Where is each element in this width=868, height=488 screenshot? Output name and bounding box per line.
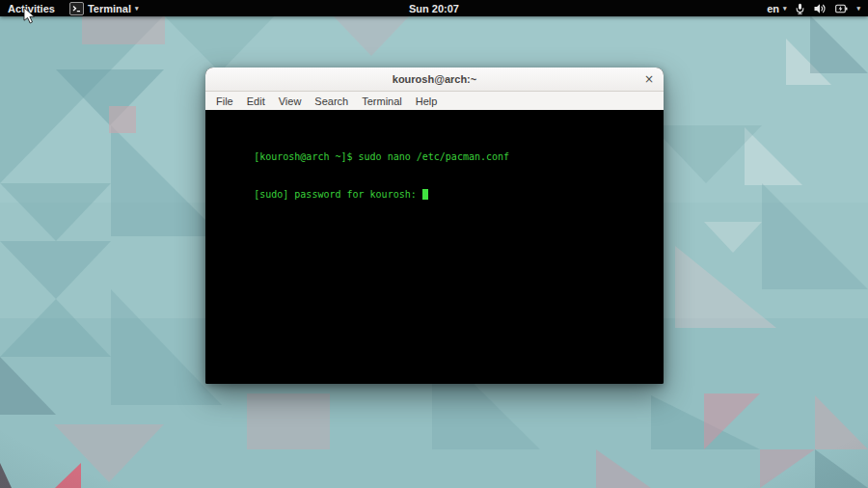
terminal-password-prompt: [sudo] password for kourosh: — [254, 189, 422, 200]
menu-terminal[interactable]: Terminal — [355, 95, 409, 107]
menu-help[interactable]: Help — [409, 95, 445, 107]
window-title: kourosh@arch:~ — [393, 73, 476, 85]
keyboard-layout-label: en — [767, 3, 779, 14]
terminal-command-line: [kourosh@arch ~]$ sudo nano /etc/pacman.… — [254, 151, 509, 162]
terminal-app-icon — [69, 2, 84, 15]
activities-button[interactable]: Activities — [8, 3, 55, 14]
menu-search[interactable]: Search — [308, 95, 355, 107]
close-button[interactable]: × — [641, 68, 657, 91]
volume-icon[interactable] — [814, 3, 827, 14]
desktop: Activities Terminal ▾ Sun 20:07 en ▾ — [0, 0, 868, 488]
menu-bar: File Edit View Search Terminal Help — [205, 92, 664, 110]
terminal-cursor — [422, 189, 428, 200]
microphone-icon[interactable] — [795, 3, 805, 14]
app-menu[interactable]: Terminal ▾ — [69, 2, 139, 15]
keyboard-layout-indicator[interactable]: en ▾ — [767, 3, 786, 14]
chevron-down-icon: ▾ — [783, 5, 787, 12]
terminal-window: kourosh@arch:~ × File Edit View Search T… — [205, 68, 664, 384]
window-titlebar[interactable]: kourosh@arch:~ × — [205, 68, 664, 92]
battery-icon[interactable] — [835, 3, 848, 14]
app-menu-label: Terminal — [88, 3, 131, 14]
system-menu-caret[interactable]: ▾ — [856, 5, 860, 12]
menu-edit[interactable]: Edit — [240, 95, 272, 107]
terminal-line: [kourosh@arch ~]$ sudo nano /etc/pacman.… — [207, 138, 663, 150]
chevron-down-icon: ▾ — [135, 5, 139, 12]
terminal-screen[interactable]: [kourosh@arch ~]$ sudo nano /etc/pacman.… — [205, 110, 664, 384]
terminal-line: [sudo] password for kourosh: — [207, 176, 663, 188]
clock[interactable]: Sun 20:07 — [409, 3, 459, 14]
menu-view[interactable]: View — [272, 95, 309, 107]
top-bar: Activities Terminal ▾ Sun 20:07 en ▾ — [0, 0, 868, 16]
menu-file[interactable]: File — [209, 95, 240, 107]
